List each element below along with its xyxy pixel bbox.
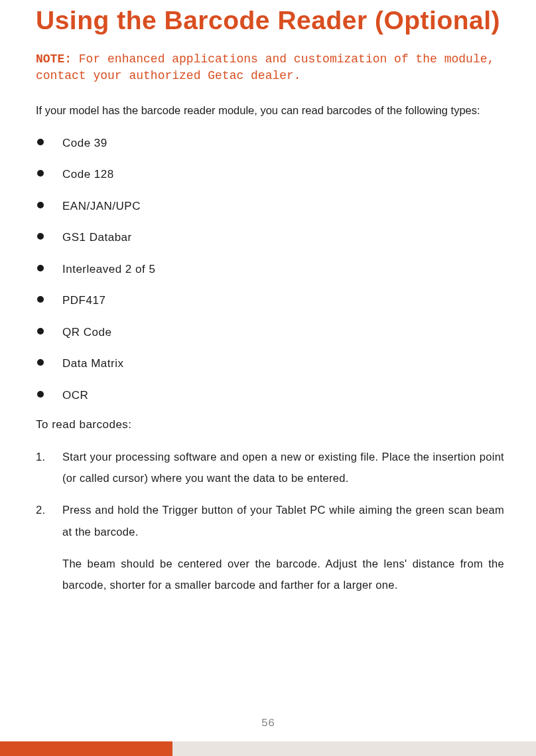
page-heading: Using the Barcode Reader (Optional) [36, 7, 504, 35]
step-extra-paragraph: The beam should be centered over the bar… [36, 553, 504, 595]
barcode-types-list: Code 39 Code 128 EAN/JAN/UPC GS1 Databar… [36, 135, 504, 404]
list-item: EAN/JAN/UPC [36, 198, 504, 215]
list-item: Code 39 [36, 135, 504, 152]
note-body: For enhanced applications and customizat… [36, 52, 494, 82]
steps-list: Start your processing software and open … [36, 446, 504, 542]
list-item: PDF417 [36, 292, 504, 309]
footer-bars [0, 741, 536, 756]
intro-paragraph: If your model has the barcode reader mod… [36, 100, 504, 121]
note-label: NOTE: [36, 52, 72, 66]
footer-bar-gray [172, 741, 536, 756]
step-item: Press and hold the Trigger button of you… [36, 499, 504, 542]
list-item: Data Matrix [36, 355, 504, 372]
list-item: Interleaved 2 of 5 [36, 261, 504, 278]
list-item: OCR [36, 387, 504, 404]
note-block: NOTE: For enhanced applications and cust… [36, 51, 504, 84]
page-number: 56 [0, 717, 536, 729]
list-item: QR Code [36, 324, 504, 341]
footer-bar-accent [0, 741, 172, 756]
to-read-label: To read barcodes: [36, 418, 504, 431]
list-item: Code 128 [36, 166, 504, 183]
list-item: GS1 Databar [36, 229, 504, 246]
step-item: Start your processing software and open … [36, 446, 504, 489]
